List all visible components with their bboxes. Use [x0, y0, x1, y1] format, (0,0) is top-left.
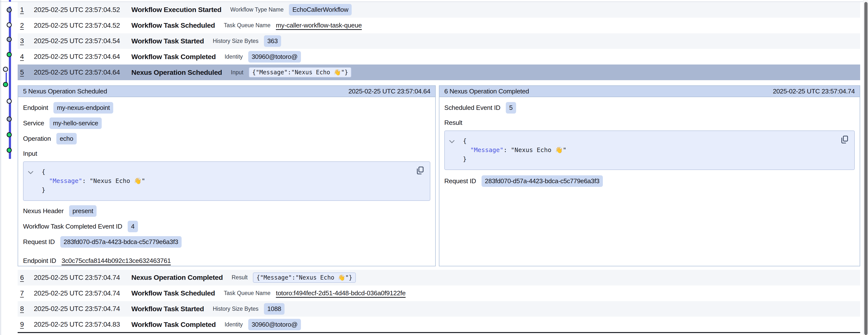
event-attr-label: History Size Bytes — [213, 306, 258, 312]
detail-field-service: Servicemy-hello-service — [23, 115, 430, 131]
timeline-event-dot-2[interactable] — [7, 22, 12, 27]
event-id-link[interactable]: 7 — [20, 289, 27, 297]
event-row[interactable]: 5 2025-02-25 UTC 23:57:04.64 Nexus Opera… — [18, 64, 860, 80]
event-row[interactable]: 8 2025-02-25 UTC 23:57:04.74 Workflow Ta… — [18, 301, 860, 317]
event-id-link[interactable]: 9 — [20, 320, 27, 328]
detail-field-scheduled-event-id: Scheduled Event ID5 — [444, 100, 855, 115]
event-name: Workflow Task Completed — [131, 320, 216, 329]
timeline-event-dot-4[interactable] — [7, 52, 12, 57]
timeline-event-dot-10[interactable] — [7, 148, 12, 153]
panel-title: 5 Nexus Operation Scheduled — [23, 88, 107, 95]
collapse-payload-button[interactable] — [449, 139, 455, 145]
page-left-border — [0, 0, 1, 335]
field-label: Workflow Task Completed Event ID — [23, 223, 122, 230]
event-timeline-graph — [0, 0, 18, 172]
event-attr-value-link[interactable]: totoro:f494fecf-2d51-4d48-bdcd-036a0f912… — [276, 289, 406, 297]
event-timestamp: 2025-02-25 UTC 23:57:04.52 — [34, 6, 131, 14]
event-name: Nexus Operation Scheduled — [131, 68, 222, 77]
event-attr-label: Workflow Type Name — [230, 6, 284, 13]
event-row[interactable]: 2 2025-02-25 UTC 23:57:04.52 Workflow Ta… — [18, 18, 860, 33]
event-timestamp: 2025-02-25 UTC 23:57:04.64 — [34, 53, 131, 61]
next-row-focus-border — [18, 332, 860, 333]
event-attr-label: Task Queue Name — [224, 290, 270, 297]
event-name: Workflow Task Started — [131, 305, 204, 313]
event-timestamp: 2025-02-25 UTC 23:57:04.74 — [34, 289, 131, 297]
timeline-event-dot-1[interactable] — [7, 7, 12, 12]
event-name: Workflow Task Scheduled — [131, 21, 215, 29]
json-key: "Message" — [470, 146, 503, 153]
event-row[interactable]: 1 2025-02-25 UTC 23:57:04.52 Workflow Ex… — [18, 2, 860, 18]
payload-code-block: {"Message": "Nexus Echo 👋"} — [444, 131, 855, 170]
field-label: Scheduled Event ID — [444, 104, 500, 112]
json-close-brace: } — [28, 186, 425, 194]
event-name: Workflow Task Scheduled — [131, 289, 215, 297]
event-timestamp: 2025-02-25 UTC 23:57:04.83 — [34, 320, 131, 328]
event-timestamp: 2025-02-25 UTC 23:57:04.54 — [34, 37, 131, 45]
field-label: Nexus Header — [23, 207, 64, 215]
panel-header: 6 Nexus Operation Completed 2025-02-25 U… — [439, 86, 860, 97]
field-value-badge: 283fd070-d57a-4423-bdca-c5c779e6a3f3 — [60, 236, 182, 248]
event-name: Workflow Task Completed — [131, 53, 216, 61]
json-close-brace: } — [450, 155, 849, 164]
event-row[interactable]: 4 2025-02-25 UTC 23:57:04.64 Workflow Ta… — [18, 49, 860, 64]
event-row[interactable]: 9 2025-02-25 UTC 23:57:04.83 Workflow Ta… — [18, 316, 860, 332]
event-detail-panel-nexus-scheduled: 5 Nexus Operation Scheduled 2025-02-25 U… — [18, 85, 436, 266]
timeline-event-dot-6[interactable] — [3, 82, 8, 87]
table-top-border — [0, 0, 863, 2]
event-name: Workflow Execution Started — [131, 6, 221, 14]
timeline-line — [9, 0, 11, 2]
chevron-down-icon — [449, 140, 455, 143]
detail-field-request-id: Request ID283fd070-d57a-4423-bdca-c5c779… — [444, 173, 855, 189]
event-attr-value-badge: 363 — [264, 35, 281, 47]
timeline-event-dot-3[interactable] — [7, 37, 12, 42]
timeline-event-dot-7[interactable] — [7, 99, 12, 104]
timeline-event-dot-8[interactable] — [7, 116, 12, 122]
panel-timestamp: 2025-02-25 UTC 23:57:04.74 — [773, 88, 855, 95]
event-id-link[interactable]: 1 — [20, 6, 27, 14]
workflow-event-history-view: 1 2025-02-25 UTC 23:57:04.52 Workflow Ex… — [0, 0, 868, 335]
field-label: Operation — [23, 135, 51, 142]
json-open-brace: { — [450, 136, 849, 145]
field-value-badge: echo — [56, 133, 77, 144]
event-timestamp: 2025-02-25 UTC 23:57:04.64 — [34, 68, 131, 76]
field-value-badge: my-hello-service — [50, 117, 101, 129]
panel-header: 5 Nexus Operation Scheduled 2025-02-25 U… — [18, 86, 435, 97]
detail-field-request-id: Request ID283fd070-d57a-4423-bdca-c5c779… — [23, 234, 430, 250]
event-id-link[interactable]: 3 — [20, 37, 27, 45]
collapse-payload-button[interactable] — [27, 170, 34, 176]
event-detail-panel-nexus-completed: 6 Nexus Operation Completed 2025-02-25 U… — [439, 85, 860, 266]
event-id-link[interactable]: 8 — [20, 305, 27, 313]
field-label: Input — [23, 150, 430, 158]
event-row[interactable]: 6 2025-02-25 UTC 23:57:04.74 Nexus Opera… — [18, 270, 860, 285]
copy-icon — [840, 135, 849, 144]
event-row[interactable]: 3 2025-02-25 UTC 23:57:04.54 Workflow Ta… — [18, 33, 860, 49]
event-attr-value-badge: 30960@totoro@ — [248, 319, 301, 330]
field-value-badge: 4 — [128, 221, 138, 232]
panel-body: Endpointmy-nexus-endpointServicemy-hello… — [18, 97, 435, 269]
vertical-scrollbar[interactable] — [863, 0, 868, 335]
timeline-event-dot-9[interactable] — [7, 132, 12, 137]
field-value-link[interactable]: 3c0c75ccfa8144b092c13ce632463761 — [62, 257, 171, 264]
field-label: Service — [23, 119, 44, 127]
event-timestamp: 2025-02-25 UTC 23:57:04.74 — [34, 305, 131, 313]
event-attr-label: Identity — [224, 321, 243, 328]
copy-icon — [415, 166, 425, 175]
json-open-brace: { — [28, 167, 425, 176]
scrollbar-thumb[interactable] — [864, 2, 868, 335]
event-row[interactable]: 7 2025-02-25 UTC 23:57:04.74 Workflow Ta… — [18, 285, 860, 301]
event-attr-value-link[interactable]: my-caller-workflow-task-queue — [276, 22, 362, 29]
event-attr-value-badge: EchoCallerWorkflow — [289, 4, 352, 16]
event-id-link[interactable]: 6 — [20, 274, 27, 282]
event-id-link[interactable]: 2 — [20, 22, 27, 29]
event-id-link[interactable]: 5 — [20, 68, 27, 76]
detail-field-input: Input{"Message": "Nexus Echo 👋"} — [23, 150, 430, 201]
timeline-event-dot-5[interactable] — [3, 67, 8, 72]
copy-payload-button[interactable] — [840, 135, 849, 145]
event-rows-top: 1 2025-02-25 UTC 23:57:04.52 Workflow Ex… — [18, 2, 860, 80]
copy-payload-button[interactable] — [415, 166, 425, 175]
event-id-link[interactable]: 4 — [20, 53, 27, 61]
event-attr-label: Input — [231, 69, 243, 76]
event-attr-label: Task Queue Name — [224, 22, 270, 29]
panel-timestamp: 2025-02-25 UTC 23:57:04.64 — [348, 88, 430, 95]
event-name: Workflow Task Started — [131, 37, 204, 45]
